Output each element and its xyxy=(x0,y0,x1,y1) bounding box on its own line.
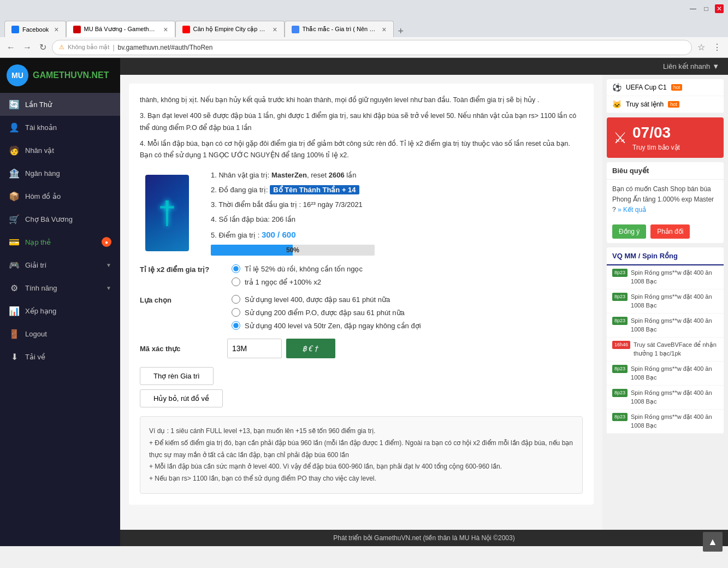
rate-option-1-label: Tỉ lệ 52% dù rồi, không cần tốn ngọc xyxy=(245,265,363,273)
sidebar-item-xep-hang[interactable]: 📊 Xếp hạng xyxy=(0,299,120,322)
sidebar-item-label: Xếp hạng xyxy=(25,307,111,315)
progress-text: 50% xyxy=(211,245,375,256)
address-input[interactable]: ⚠ Không bảo mật | bv.gamethuvn.net/#auth… xyxy=(52,40,692,55)
captcha-image[interactable]: ฿€† xyxy=(286,339,335,358)
forge-card: thành, không bị xịt. Nếu bạn hủy kết quả… xyxy=(129,84,594,505)
tab-youtube-label: Căn hộ Empire City cập nhật tiế... xyxy=(193,26,268,33)
logo-icon: MU xyxy=(7,64,28,86)
scroll-top-button[interactable]: ▲ xyxy=(703,532,723,546)
hot-badge-1: hot xyxy=(671,84,683,91)
rate-option-2[interactable]: trả 1 ngọc để +100% x2 xyxy=(232,277,363,286)
detail-line-1: 1. Nhân vật gia trị: MasterZen, reset 26… xyxy=(211,170,583,181)
choice-radio-2[interactable] xyxy=(232,308,240,317)
close-button[interactable]: ✕ xyxy=(715,4,724,13)
rate-option-1[interactable]: Tỉ lệ 52% dù rồi, không cần tốn ngọc xyxy=(232,264,363,273)
arrow-down-icon: ▼ xyxy=(106,262,111,268)
cancel-button[interactable]: Hủy bỏ, rút đồ về xyxy=(140,389,223,407)
bookmark-button[interactable]: ☆ xyxy=(695,40,707,55)
sidebar-item-giai-tri[interactable]: 🎮 Giải trí ▼ xyxy=(0,253,120,276)
forward-button[interactable]: → xyxy=(21,40,34,55)
info-box: Ví dụ : 1 siêu cánh FULL level +13, bạn … xyxy=(140,416,583,494)
points-display: 300 / 600 xyxy=(262,230,296,239)
lock-icon: ⚠ xyxy=(59,44,64,51)
intro-text-2: 3. Bạn đạt level 400 sẽ được đập búa 1 l… xyxy=(140,110,583,134)
sidebar-item-tai-ve[interactable]: ⬇ Tải về xyxy=(0,345,120,368)
main-panel: thành, không bị xịt. Nếu bạn hủy kết quả… xyxy=(120,75,602,530)
sidebar-item-tai-khoan[interactable]: 👤 Tài khoản xyxy=(0,116,120,139)
browser-window: — □ ✕ Facebook × MU Bá Vương - GamethuVN… xyxy=(0,0,728,58)
quick-link[interactable]: Liên kết nhanh ▼ xyxy=(663,62,719,70)
browser-menu-button[interactable]: ⋮ xyxy=(711,40,724,55)
minimize-button[interactable]: — xyxy=(689,4,697,13)
vq-item-7: 8p23 Spin Rồng gms**w đặt 400 ăn 1008 Bạ… xyxy=(607,410,724,434)
sidebar-item-label: Logout xyxy=(25,330,111,338)
tab-youtube[interactable]: Căn hộ Empire City cập nhật tiế... × xyxy=(175,21,285,37)
sidebar-item-hom-do-ao[interactable]: 📦 Hòm đồ ảo xyxy=(0,185,120,208)
sidebar-item-label: Tính năng xyxy=(25,284,100,292)
bieu-quyet-link[interactable]: » Kết quả xyxy=(618,206,646,214)
oppose-button[interactable]: Phản đối xyxy=(650,224,690,239)
sidebar-logo: MU GAMETHUVN.NET xyxy=(0,58,120,93)
bq-actions: Đồng ý Phản đối xyxy=(607,220,724,243)
quick-item-2[interactable]: 🐱 Truy sát lệnh hot xyxy=(607,96,724,113)
sidebar-item-lan-thu[interactable]: 🔄 Lần Thử xyxy=(0,93,120,116)
sidebar-item-tinh-nang[interactable]: ⚙ Tính năng ▼ xyxy=(0,276,120,299)
choice-option-3-label: Sử dụng 400 level và 50tr Zen, đập ngay … xyxy=(245,322,421,330)
choice-option-3[interactable]: Sử dụng 400 level và 50tr Zen, đập ngay … xyxy=(232,321,421,330)
rate-option-2-label: trả 1 ngọc để +100% x2 xyxy=(245,278,321,286)
rate-radio-2[interactable] xyxy=(232,277,240,286)
reload-button[interactable]: ↻ xyxy=(37,40,49,55)
sidebar-item-nap-the[interactable]: 💳 Nạp thẻ ● xyxy=(0,230,120,253)
intro-text-3: 4. Mỗi lần đập búa, bạn có cơ hội gặp đô… xyxy=(140,138,583,162)
tab-mu[interactable]: MU Bá Vương - GamethuVN.net × xyxy=(66,21,175,37)
reset-count: 2606 xyxy=(329,171,345,179)
hot-badge-2: hot xyxy=(668,101,679,108)
choice-radio-1[interactable] xyxy=(232,295,240,304)
detail-line-3: 3. Thời điểm bắt đầu gia trị : 16²³ ngày… xyxy=(211,199,583,211)
sidebar-item-logout[interactable]: 🚪 Logout xyxy=(0,322,120,345)
rate-options: Tỉ lệ 52% dù rồi, không cần tốn ngọc trả… xyxy=(232,264,363,286)
tab-mu-close[interactable]: × xyxy=(163,25,168,34)
quick-item-1-label: UEFA Cup C1 xyxy=(626,84,667,91)
choice-radio-3[interactable] xyxy=(232,321,240,330)
new-tab-button[interactable]: + xyxy=(394,26,409,37)
bieu-quyet-content: Bạn có muốn Cash Shop bán búa Phong Ấn t… xyxy=(607,180,724,220)
forge-button[interactable]: Thợ rèn Gia trì xyxy=(140,367,214,385)
tab-facebook[interactable]: Facebook × xyxy=(4,21,66,37)
sidebar-item-nhan-vat[interactable]: 🧑 Nhân vật xyxy=(0,139,120,162)
choice-label: Lựa chọn xyxy=(140,295,216,304)
banner-card[interactable]: ⚔ 07/03 Truy tìm bảo vật xyxy=(607,117,724,158)
tab-facebook-close[interactable]: × xyxy=(54,25,58,34)
maximize-button[interactable]: □ xyxy=(702,4,711,13)
banner-info: 07/03 Truy tìm bảo vật xyxy=(632,124,680,151)
sidebar-item-cho-ba-vuong[interactable]: 🛒 Chợ Bá Vương xyxy=(0,208,120,230)
vq-item-7-text: Spin Rồng gms**w đặt 400 ăn 1008 Bạc xyxy=(631,412,718,430)
banner-text: Truy tìm bảo vật xyxy=(632,144,680,151)
banner-date: 07/03 xyxy=(632,124,680,141)
choice-options: Sử dụng level 400, được đập sau 61 phút … xyxy=(232,295,421,330)
tab-youtube-close[interactable]: × xyxy=(273,25,277,34)
vq-card: VQ MM / Spin Rồng 8p23 Spin Rồng gms**w … xyxy=(607,247,724,434)
sidebar-item-label: Tài khoản xyxy=(25,123,111,132)
banner-icon: ⚔ xyxy=(613,129,627,147)
truy-sat-icon: 🐱 xyxy=(612,100,622,109)
giai-tri-icon: 🎮 xyxy=(9,259,20,270)
tab-facebook-label: Facebook xyxy=(22,26,49,33)
not-secure-label: Không bảo mật xyxy=(68,44,109,51)
rate-radio-1[interactable] xyxy=(232,264,240,273)
vq-item-6: 8p23 Spin Rồng gms**w đặt 400 ăn 1008 Bạ… xyxy=(607,386,724,410)
rate-row: Tỉ lệ x2 điểm gia trị? Tỉ lệ 52% dù rồi,… xyxy=(140,264,583,286)
sidebar-item-label: Ngân hàng xyxy=(25,169,111,177)
choice-option-2[interactable]: Sử dụng 200 điểm P.O, được đập sau 61 ph… xyxy=(232,308,421,317)
choice-option-1[interactable]: Sử dụng level 400, được đập sau 61 phút … xyxy=(232,295,421,304)
captcha-input[interactable] xyxy=(227,339,282,358)
tab-question-close[interactable]: × xyxy=(382,25,386,34)
back-button[interactable]: ← xyxy=(4,40,17,55)
sidebar-item-ngan-hang[interactable]: 🏦 Ngân hàng xyxy=(0,162,120,185)
vq-badge-4: 16h46 xyxy=(612,341,630,350)
detail-line-4: 4. Số lần đập búa: 206 lần xyxy=(211,214,583,226)
quick-item-1[interactable]: ⚽ UEFA Cup C1 hot xyxy=(607,79,724,96)
footer-text: Phát triển bởi GamethuVN.net (tiền thân … xyxy=(333,534,514,542)
tab-question[interactable]: Thắc mắc - Gia trì ( Nên hay khô... × xyxy=(285,21,394,37)
agree-button[interactable]: Đồng ý xyxy=(612,224,646,239)
